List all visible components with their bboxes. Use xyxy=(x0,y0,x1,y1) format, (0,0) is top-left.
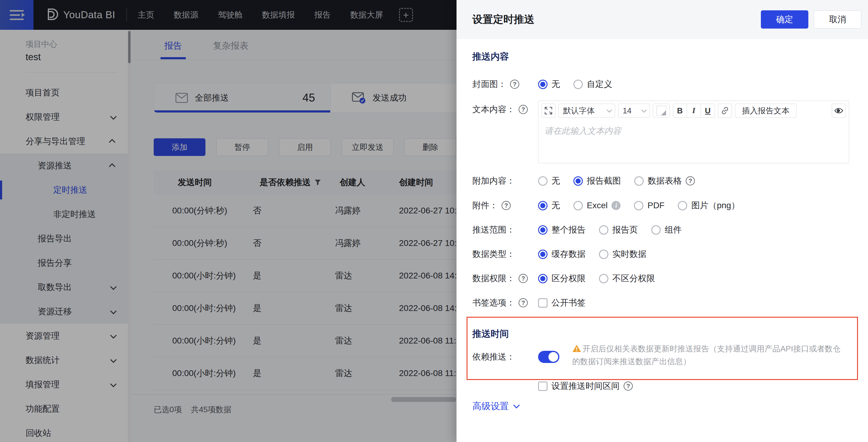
chevron-down-icon xyxy=(607,107,612,112)
data-type-options: 缓存数据实时数据 xyxy=(538,248,646,260)
radio-icon[interactable] xyxy=(574,176,583,186)
radio-option-缓存数据[interactable]: 缓存数据 xyxy=(538,248,586,260)
help-icon[interactable]: ? xyxy=(519,274,528,283)
help-icon[interactable]: ? xyxy=(686,176,695,185)
radio-option-实时数据[interactable]: 实时数据 xyxy=(599,248,646,260)
help-icon[interactable]: ? xyxy=(519,105,528,114)
cover-image-options: 无自定义 xyxy=(538,78,612,90)
option-label: 公开书签 xyxy=(552,297,586,309)
confirm-button[interactable]: 确定 xyxy=(761,10,808,29)
preview-eye-button[interactable] xyxy=(832,104,846,117)
chevron-down-icon xyxy=(642,107,647,112)
push-settings-drawer: 设置定时推送 确定 取消 推送内容 封面图： ? 无自定义 文本内容： ? xyxy=(457,0,868,442)
section-push-content: 推送内容 xyxy=(472,50,509,63)
help-icon[interactable]: ? xyxy=(624,381,633,390)
data-permission-row: 数据权限： ? 区分权限不区分权限 xyxy=(472,272,655,285)
chevron-down-icon xyxy=(513,402,520,408)
radio-icon[interactable] xyxy=(599,274,609,283)
text-content-input[interactable]: 请在此输入文本内容 xyxy=(538,121,849,142)
radio-option-无[interactable]: 无 xyxy=(538,200,560,211)
option-label: 实时数据 xyxy=(612,248,646,260)
link-button[interactable] xyxy=(718,104,732,117)
checkbox-icon[interactable] xyxy=(538,381,548,391)
radio-icon[interactable] xyxy=(574,201,583,210)
bold-button[interactable]: B xyxy=(673,104,687,117)
data-permission-options: 区分权限不区分权限 xyxy=(538,273,655,284)
radio-option-组件[interactable]: 组件 xyxy=(651,224,682,236)
depend-push-toggle[interactable] xyxy=(538,351,559,363)
radio-option-无[interactable]: 无 xyxy=(538,78,560,90)
radio-option-报告截图[interactable]: 报告截图 xyxy=(574,175,621,186)
radio-icon[interactable] xyxy=(651,225,661,235)
checkbox-icon[interactable] xyxy=(538,298,548,308)
radio-option-数据表格[interactable]: 数据表格? xyxy=(634,175,695,186)
italic-button[interactable]: I xyxy=(687,104,701,117)
radio-icon[interactable] xyxy=(538,249,548,259)
radio-option-整个报告[interactable]: 整个报告 xyxy=(538,224,586,236)
extra-content-options: 无报告截图数据表格? xyxy=(538,175,695,186)
option-label: PDF xyxy=(647,201,664,210)
advanced-settings-link[interactable]: 高级设置 xyxy=(472,400,518,412)
radio-option-不区分权限[interactable]: 不区分权限 xyxy=(599,273,655,284)
font-color-picker[interactable] xyxy=(653,104,670,117)
radio-icon[interactable] xyxy=(538,274,548,283)
checkbox-option-设置推送时间区间[interactable]: 设置推送时间区间? xyxy=(538,380,633,392)
section-push-time: 推送时间 xyxy=(472,328,509,340)
fullscreen-icon[interactable] xyxy=(541,104,555,117)
option-label: 无 xyxy=(552,200,560,211)
text-content-label: 文本内容： xyxy=(472,104,515,115)
radio-icon[interactable] xyxy=(574,80,583,89)
radio-icon[interactable] xyxy=(599,225,609,235)
radio-icon[interactable] xyxy=(538,225,548,235)
warning-icon xyxy=(572,344,581,356)
time-range-options: 设置推送时间区间? xyxy=(538,380,633,392)
radio-option-报告页[interactable]: 报告页 xyxy=(599,224,638,236)
option-label: 无 xyxy=(552,78,560,90)
text-editor: 默认字体 14 B I U xyxy=(538,101,849,163)
radio-icon[interactable] xyxy=(538,176,548,186)
extra-content-label: 附加内容： xyxy=(472,175,515,186)
checkbox-option-公开书签[interactable]: 公开书签 xyxy=(538,297,586,309)
font-size-select[interactable]: 14 xyxy=(618,104,650,117)
color-swatch-icon xyxy=(656,106,666,115)
option-label: 数据表格 xyxy=(648,175,682,186)
option-label: 报告页 xyxy=(612,224,638,236)
help-icon[interactable]: ? xyxy=(519,298,528,307)
radio-option-自定义[interactable]: 自定义 xyxy=(574,78,612,90)
option-label: 设置推送时间区间 xyxy=(552,380,620,392)
radio-option-PDF[interactable]: PDF xyxy=(634,201,664,210)
option-label: 整个报告 xyxy=(552,224,586,236)
radio-option-图片（png）[interactable]: 图片（png） xyxy=(678,200,740,211)
radio-icon[interactable] xyxy=(538,201,548,210)
radio-option-Excel[interactable]: Exceli xyxy=(574,201,621,210)
push-scope-label: 推送范围： xyxy=(472,224,515,236)
underline-button[interactable]: U xyxy=(701,104,715,117)
extra-content-row: 附加内容： 无报告截图数据表格? xyxy=(472,174,695,188)
help-icon[interactable]: ? xyxy=(502,201,511,210)
insert-report-text-button[interactable]: 插入报告文本 xyxy=(735,104,797,117)
option-label: 图片（png） xyxy=(691,200,740,211)
font-family-select[interactable]: 默认字体 xyxy=(558,104,615,117)
push-scope-options: 整个报告报告页组件 xyxy=(538,224,682,236)
bookmark-label: 书签选项： xyxy=(472,297,515,309)
depend-push-label: 依赖推送： xyxy=(472,351,515,363)
radio-icon[interactable] xyxy=(678,201,687,210)
cover-image-row: 封面图： ? 无自定义 xyxy=(472,77,612,91)
attachment-label: 附件： xyxy=(472,200,498,211)
data-type-label: 数据类型： xyxy=(472,248,515,260)
help-icon[interactable]: ? xyxy=(510,80,519,89)
drawer-mask[interactable] xyxy=(0,0,457,442)
info-icon: i xyxy=(612,201,621,210)
option-label: 区分权限 xyxy=(552,273,586,284)
radio-option-区分权限[interactable]: 区分权限 xyxy=(538,273,586,284)
radio-icon[interactable] xyxy=(538,80,548,89)
drawer-title: 设置定时推送 xyxy=(472,12,534,27)
cancel-button[interactable]: 取消 xyxy=(814,10,861,29)
radio-icon[interactable] xyxy=(599,249,609,259)
time-range-row: 设置推送时间区间? xyxy=(472,379,633,393)
option-label: 不区分权限 xyxy=(612,273,655,284)
radio-icon[interactable] xyxy=(634,201,643,210)
radio-icon[interactable] xyxy=(634,176,644,186)
radio-option-无[interactable]: 无 xyxy=(538,175,560,186)
depend-push-warning: 开启后仅相关表数据更新时推送报告（支持通过调用产品API接口或者数仓的数据订阅来… xyxy=(572,343,848,367)
